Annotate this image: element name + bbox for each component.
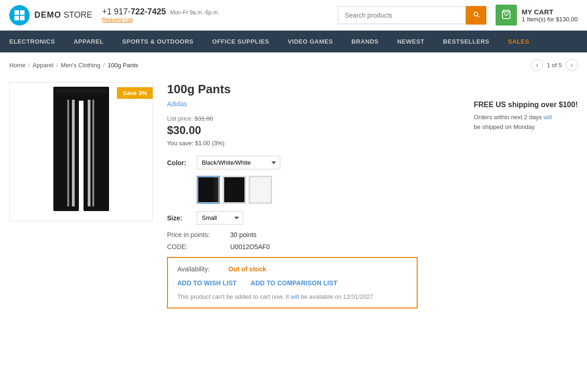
product-image-wrap: Save 3% ▲ [9,82,153,221]
nav-newest[interactable]: NEWEST [388,31,434,52]
breadcrumb-pagination: ‹ 1 of 5 › [531,59,578,71]
you-save: You save: $1.00 (3%) [167,140,460,147]
shipping-detail: Orders within next 2 days willbe shipped… [474,113,578,132]
breadcrumb-sep-3: / [103,62,105,69]
request-call-link[interactable]: Request call [102,17,329,23]
svg-rect-7 [84,100,109,211]
availability-note: This product can't be added to cart now.… [177,293,407,300]
svg-rect-4 [53,87,109,101]
breadcrumb-current: 100g Pants [108,62,138,69]
list-price: List price: $31.00 [167,115,460,122]
nav-sales[interactable]: SALES [499,31,539,52]
nav-apparel[interactable]: APPAREL [65,31,113,52]
nav-office[interactable]: OFFICE SUPPLIES [203,31,278,52]
search-area [338,6,486,25]
nav-bestsellers[interactable]: BESTSELLERS [434,31,499,52]
product-right: FREE US shipping over $100! Orders withi… [474,82,578,308]
contact-area: +1 917-722-7425 Mon-Fr 9a.m.-6p.m. Reque… [102,7,329,23]
svg-rect-10 [88,100,90,206]
logo-text: DEMO STORE [34,10,92,20]
svg-text:▲: ▲ [79,148,84,153]
color-select[interactable]: Black/White/White Black/Black/White Whit… [197,156,280,169]
swatch-1[interactable] [197,176,220,204]
breadcrumb-home[interactable]: Home [9,62,26,69]
availability-row: Availability: Out of stock [177,265,407,273]
code-row: CODE: U0012O5AF0 [167,243,460,251]
product-container: Save 3% ▲ 100g Pants Adidas List price: [0,77,587,318]
search-icon [472,11,480,18]
svg-rect-11 [92,100,94,206]
header: DEMO STORE +1 917-722-7425 Mon-Fr 9a.m.-… [0,0,587,31]
breadcrumb-apparel[interactable]: Apparel [32,62,53,69]
swatch-3[interactable] [249,176,272,204]
availability-label: Availability: [177,265,224,273]
size-field-row: Size: Small Medium Large X-Large [167,211,460,225]
add-to-comparison-button[interactable]: ADD TO COMPARISON LIST [251,279,337,287]
breadcrumb-next-button[interactable]: › [566,59,578,71]
price-points-value: 30 points [230,231,257,238]
svg-rect-5 [56,89,107,93]
breadcrumb-page-count: 1 of 5 [547,62,562,69]
phone-number: +1 917-722-7425 Mon-Fr 9a.m.-6p.m. [102,7,329,17]
logo-svg [13,9,26,21]
color-field-row: Color: Black/White/White Black/Black/Whi… [167,156,460,169]
brand-link[interactable]: Adidas [167,100,460,108]
svg-rect-3 [20,16,25,20]
logo-area: DEMO STORE [9,5,93,26]
price-points-row: Price in points: 30 points [167,231,460,238]
product-title: 100g Pants [167,82,460,96]
shipping-info: FREE US shipping over $100! Orders withi… [474,101,578,132]
availability-box: Availability: Out of stock ADD TO WISH L… [167,257,418,308]
nav-sports[interactable]: SPORTS & OUTDOORS [113,31,203,52]
shipping-title: FREE US shipping over $100! [474,101,578,109]
avail-actions: ADD TO WISH LIST ADD TO COMPARISON LIST [177,279,407,287]
swatch-2[interactable] [223,176,246,204]
svg-rect-2 [14,16,19,20]
code-value: U0012O5AF0 [230,243,270,251]
code-label: CODE: [167,243,227,251]
breadcrumb-mens-clothing[interactable]: Men's Clothing [61,62,101,69]
main-nav: ELECTRONICS APPAREL SPORTS & OUTDOORS OF… [0,31,587,52]
logo-icon [9,5,30,26]
svg-rect-8 [72,100,75,206]
cart-area: MY CART 1 Item(s) for $130.00 [496,5,578,26]
search-input[interactable] [338,6,466,24]
current-price: $30.00 [167,124,460,137]
size-select[interactable]: Small Medium Large X-Large [197,211,243,225]
list-price-value: $31.00 [194,115,213,122]
size-label: Size: [167,214,190,222]
breadcrumb-sep-2: / [56,62,58,69]
cart-icon-wrap[interactable] [496,5,517,26]
save-badge: Save 3% [117,87,153,99]
breadcrumb: Home / Apparel / Men's Clothing / 100g P… [0,52,587,77]
svg-rect-1 [20,10,25,15]
breadcrumb-sep-1: / [28,62,30,69]
add-to-wishlist-button[interactable]: ADD TO WISH LIST [177,279,237,287]
product-details: 100g Pants Adidas List price: $31.00 $30… [167,82,460,308]
nav-electronics[interactable]: ELECTRONICS [0,31,65,52]
nav-videogames[interactable]: VIDEO GAMES [278,31,342,52]
product-image: ▲ [44,87,118,217]
nav-brands[interactable]: BRANDS [342,31,388,52]
search-button[interactable] [466,6,486,25]
color-label: Color: [167,159,190,167]
color-swatches [197,176,460,204]
svg-rect-9 [67,100,69,206]
availability-status: Out of stock [228,265,266,273]
price-points-label: Price in points: [167,231,227,238]
svg-rect-6 [53,100,79,211]
cart-icon [501,9,511,19]
svg-rect-0 [14,10,19,15]
cart-text: MY CART 1 Item(s) for $130.00 [522,8,578,23]
breadcrumb-prev-button[interactable]: ‹ [531,59,543,71]
